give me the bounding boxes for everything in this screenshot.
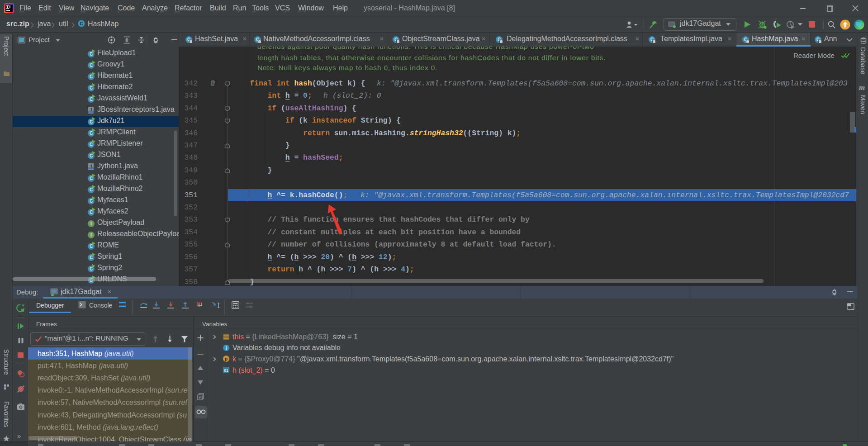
svg-text:C: C [80,21,83,26]
svg-text:01: 01 [224,368,228,373]
svg-text:p: p [225,356,228,361]
